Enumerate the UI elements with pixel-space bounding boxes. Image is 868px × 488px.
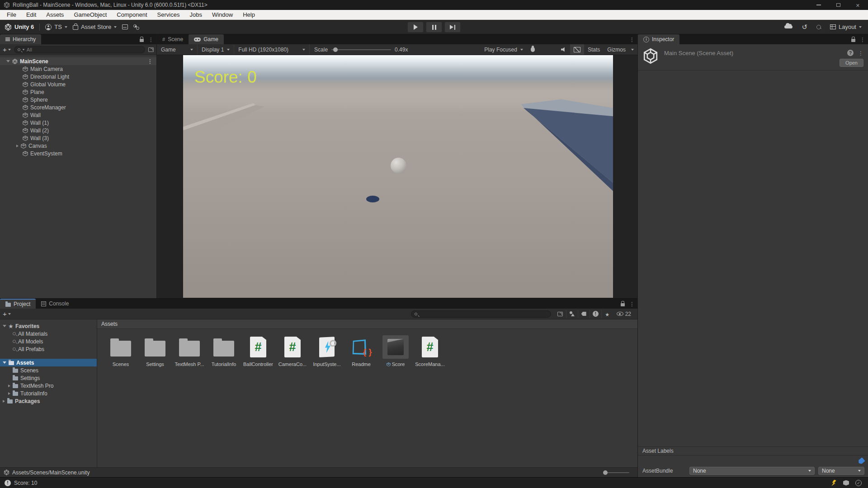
asset-store-dropdown[interactable]: Asset Store — [73, 23, 117, 30]
hierarchy-item-wall-1[interactable]: Wall (1) — [0, 119, 156, 127]
tree-assets-selected[interactable]: Assets — [0, 359, 97, 366]
asset-item-settings[interactable]: Settings — [138, 334, 172, 367]
background-tasks-icon[interactable]: ✓ — [855, 480, 862, 486]
menu-services[interactable]: Services — [152, 10, 185, 19]
hierarchy-item-main-camera[interactable]: Main Camera — [0, 65, 156, 73]
status-message[interactable]: Score: 10 — [14, 480, 37, 486]
asset-item-readme[interactable]: Readme — [344, 334, 378, 367]
lock-icon[interactable] — [621, 303, 625, 306]
minimize-icon[interactable] — [816, 5, 821, 5]
hierarchy-item-eventsystem[interactable]: EventSystem — [0, 150, 156, 157]
tree-all-prefabs[interactable]: All Prefabs — [0, 345, 97, 353]
asset-item-scenes[interactable]: Scenes — [104, 334, 138, 367]
tree-all-models[interactable]: All Models — [0, 338, 97, 345]
debug-button[interactable] — [527, 44, 538, 55]
slider-thumb[interactable] — [333, 47, 338, 52]
asset-item-score-selected[interactable]: Score — [378, 334, 413, 367]
create-asset-button[interactable]: + — [3, 310, 7, 317]
tree-packages[interactable]: Packages — [0, 397, 97, 405]
tree-textmesh-pro[interactable]: TextMesh Pro — [0, 382, 97, 389]
scene-picker-icon[interactable] — [148, 47, 154, 52]
menu-edit[interactable]: Edit — [21, 10, 41, 19]
menu-component[interactable]: Component — [112, 10, 152, 19]
hierarchy-item-plane[interactable]: Plane — [0, 88, 156, 96]
tree-settings[interactable]: Settings — [0, 374, 97, 382]
asset-item-ballcontroller[interactable]: BallController — [241, 334, 275, 367]
tree-favorites[interactable]: Favorites — [0, 322, 97, 330]
menu-help[interactable]: Help — [238, 10, 260, 19]
menu-jobs[interactable]: Jobs — [184, 10, 207, 19]
asset-item-tutorialinfo[interactable]: TutorialInfo — [207, 334, 241, 367]
hierarchy-item-sphere[interactable]: Sphere — [0, 96, 156, 103]
step-button[interactable] — [444, 22, 461, 33]
hierarchy-item-wall-2[interactable]: Wall (2) — [0, 127, 156, 134]
mute-audio-button[interactable] — [557, 44, 570, 55]
tree-tutorialinfo[interactable]: TutorialInfo — [0, 389, 97, 397]
asset-item-scoremanager[interactable]: ScoreMana... — [413, 334, 447, 367]
burst-notification-icon[interactable] — [831, 480, 837, 486]
tree-all-materials[interactable]: All Materials — [0, 330, 97, 338]
package-manager-icon[interactable] — [122, 24, 128, 29]
lock-icon[interactable] — [140, 39, 144, 42]
hierarchy-search-input[interactable]: All — [14, 46, 145, 53]
tab-game[interactable]: Game — [189, 34, 224, 44]
resolution-dropdown[interactable]: Full HD (868x488) — [234, 44, 310, 55]
label-tag-icon[interactable] — [857, 457, 865, 465]
kebab-menu-icon[interactable] — [858, 49, 863, 57]
kebab-menu-icon[interactable] — [629, 300, 635, 308]
vsync-button[interactable] — [570, 44, 584, 55]
display-dropdown[interactable]: Display 1 — [198, 44, 234, 55]
kebab-menu-icon[interactable] — [860, 35, 865, 43]
menu-window[interactable]: Window — [207, 10, 238, 19]
help-icon[interactable]: ? — [847, 50, 854, 56]
filter-by-type-icon[interactable] — [566, 310, 578, 318]
hierarchy-item-wall[interactable]: Wall — [0, 111, 156, 119]
create-caret-icon[interactable] — [8, 313, 11, 315]
console-message-icon[interactable]: ! — [5, 480, 11, 486]
hidden-warning-icon[interactable]: ! — [590, 310, 601, 318]
menu-gameobject[interactable]: GameObject — [69, 10, 112, 19]
slider-thumb[interactable] — [603, 470, 608, 475]
stats-button[interactable]: Stats — [584, 44, 604, 55]
project-search-input[interactable] — [411, 310, 551, 318]
game-target-dropdown[interactable]: Game — [157, 44, 198, 55]
tab-scene[interactable]: Scene — [157, 34, 189, 44]
unity-version-badge[interactable]: Unity 6 — [5, 23, 34, 31]
asset-item-inputsystem[interactable]: InputSyste... — [310, 334, 344, 367]
menu-file[interactable]: File — [2, 10, 21, 19]
close-icon[interactable] — [856, 1, 860, 9]
version-control-icon[interactable] — [133, 24, 139, 30]
hierarchy-item-canvas[interactable]: Canvas — [0, 142, 156, 150]
hierarchy-item-wall-3[interactable]: Wall (3) — [0, 134, 156, 142]
undo-history-icon[interactable] — [802, 23, 807, 31]
pause-button[interactable] — [426, 22, 442, 33]
asset-item-textmeshpro[interactable]: TextMesh P... — [172, 334, 207, 367]
tab-project[interactable]: Project — [0, 299, 36, 309]
collapsed-arrow-icon[interactable] — [16, 145, 19, 147]
hierarchy-item-scoremanager[interactable]: ScoreManager — [0, 103, 156, 111]
kebab-menu-icon[interactable] — [147, 58, 153, 65]
hidden-count-toggle[interactable]: 22 — [613, 311, 635, 317]
hierarchy-item-directional-light[interactable]: Directional Light — [0, 73, 156, 80]
play-button[interactable] — [407, 22, 424, 33]
create-caret-icon[interactable] — [8, 49, 11, 51]
thumbnail-size-slider[interactable] — [604, 472, 629, 473]
expand-arrow-icon[interactable] — [6, 60, 10, 62]
game-viewport[interactable]: Score: 0 — [183, 55, 613, 298]
assetbundle-dropdown[interactable]: None — [689, 467, 815, 475]
tab-hierarchy[interactable]: Hierarchy — [0, 34, 41, 44]
menu-assets[interactable]: Assets — [41, 10, 69, 19]
kebab-menu-icon[interactable] — [148, 35, 154, 43]
assetbundle-variant-dropdown[interactable]: None — [818, 467, 864, 475]
maximize-icon[interactable] — [836, 3, 840, 7]
kebab-menu-icon[interactable] — [629, 35, 635, 43]
tab-console[interactable]: Console — [36, 299, 74, 309]
search-in-window-icon[interactable] — [554, 310, 566, 318]
asset-item-cameracontroller[interactable]: CameraCo... — [275, 334, 310, 367]
cache-server-icon[interactable] — [843, 480, 849, 486]
play-focused-dropdown[interactable]: Play Focused — [480, 44, 527, 55]
scale-slider[interactable] — [331, 49, 391, 50]
hierarchy-root-mainscene[interactable]: MainScene — [0, 57, 156, 65]
asset-labels-header[interactable]: Asset Labels — [638, 446, 868, 455]
hierarchy-item-global-volume[interactable]: Global Volume — [0, 80, 156, 88]
